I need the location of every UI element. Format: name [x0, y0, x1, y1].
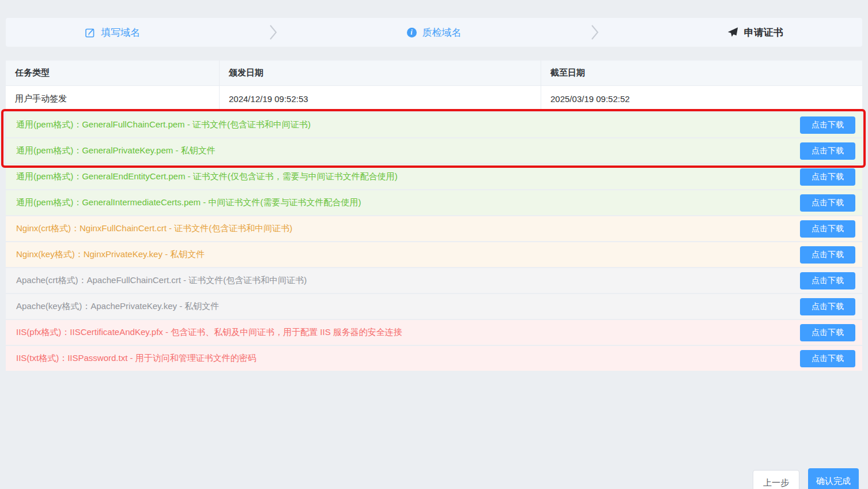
download-button[interactable]: 点击下载 [800, 194, 855, 212]
download-row-iis-pfx: IIS(pfx格式)：IISCertificateAndKey.pfx - 包含… [6, 320, 862, 345]
download-file-label: IIS(txt格式)：IISPassword.txt - 用于访问和管理证书文件… [16, 353, 256, 364]
step-check-domain[interactable]: i 质检域名 [327, 26, 541, 39]
step-label: 填写域名 [101, 26, 140, 39]
step-fill-domain[interactable]: 填写域名 [6, 26, 220, 39]
download-button[interactable]: 点击下载 [800, 272, 855, 289]
table-row: 用户手动签发 2024/12/19 09:52:53 2025/03/19 09… [6, 86, 862, 112]
download-file-label: Nginx(key格式)：NginxPrivateKey.key - 私钥文件 [16, 249, 205, 260]
wizard-stepper: 填写域名 i 质检域名 申请证书 [6, 18, 862, 47]
download-button[interactable]: 点击下载 [800, 350, 855, 367]
send-icon [727, 27, 738, 37]
previous-step-button[interactable]: 上一步 [753, 470, 799, 489]
chevron-right-icon [541, 24, 648, 40]
download-row-general-privatekey: 通用(pem格式)：GeneralPrivateKey.pem - 私钥文件 点… [6, 138, 862, 163]
download-row-general-intermediate: 通用(pem格式)：GeneralIntermediateCerts.pem -… [6, 190, 862, 215]
confirm-complete-button[interactable]: 确认完成 [808, 468, 859, 489]
download-file-label: 通用(pem格式)：GeneralIntermediateCerts.pem -… [16, 197, 361, 208]
info-icon: i [407, 28, 417, 37]
cell-issue-date: 2024/12/19 09:52:53 [219, 86, 541, 111]
chevron-right-icon [220, 24, 327, 40]
download-file-label: 通用(pem格式)：GeneralPrivateKey.pem - 私钥文件 [16, 145, 216, 156]
download-row-apache-fullchain: Apache(crt格式)：ApacheFullChainCert.crt - … [6, 268, 862, 293]
step-apply-certificate: 申请证书 [648, 26, 863, 39]
download-file-label: Apache(crt格式)：ApacheFullChainCert.crt - … [16, 275, 307, 286]
step-label: 质检域名 [422, 26, 462, 39]
download-button[interactable]: 点击下载 [800, 168, 855, 186]
download-row-general-endentity: 通用(pem格式)：GeneralEndEntityCert.pem - 证书文… [6, 164, 862, 189]
col-header-issue-date: 颁发日期 [219, 61, 541, 85]
download-list: 通用(pem格式)：GeneralFullChainCert.pem - 证书文… [6, 112, 862, 371]
step-label: 申请证书 [744, 26, 783, 39]
download-row-nginx-privatekey: Nginx(key格式)：NginxPrivateKey.key - 私钥文件 … [6, 242, 862, 267]
download-file-label: Nginx(crt格式)：NginxFullChainCert.crt - 证书… [16, 223, 292, 234]
cell-expiry-date: 2025/03/19 09:52:52 [541, 86, 862, 111]
download-button[interactable]: 点击下载 [800, 220, 855, 238]
download-row-apache-privatekey: Apache(key格式)：ApachePrivateKey.key - 私钥文… [6, 294, 862, 319]
download-file-label: IIS(pfx格式)：IISCertificateAndKey.pfx - 包含… [16, 327, 402, 338]
download-file-label: Apache(key格式)：ApachePrivateKey.key - 私钥文… [16, 301, 219, 312]
download-button[interactable]: 点击下载 [800, 246, 855, 264]
download-button[interactable]: 点击下载 [800, 142, 855, 160]
table-header-row: 任务类型 颁发日期 截至日期 [6, 61, 862, 86]
download-row-general-fullchain: 通用(pem格式)：GeneralFullChainCert.pem - 证书文… [6, 112, 862, 137]
download-row-nginx-fullchain: Nginx(crt格式)：NginxFullChainCert.crt - 证书… [6, 216, 862, 241]
download-file-label: 通用(pem格式)：GeneralFullChainCert.pem - 证书文… [16, 119, 311, 130]
download-file-label: 通用(pem格式)：GeneralEndEntityCert.pem - 证书文… [16, 171, 398, 182]
download-button[interactable]: 点击下载 [800, 324, 855, 341]
col-header-expiry-date: 截至日期 [541, 61, 862, 85]
download-row-iis-password: IIS(txt格式)：IISPassword.txt - 用于访问和管理证书文件… [6, 346, 862, 371]
download-button[interactable]: 点击下载 [800, 116, 855, 134]
col-header-task-type: 任务类型 [6, 61, 219, 85]
edit-icon [85, 28, 95, 37]
download-button[interactable]: 点击下载 [800, 298, 855, 315]
cell-task-type: 用户手动签发 [6, 86, 219, 111]
certificate-info-table: 任务类型 颁发日期 截至日期 用户手动签发 2024/12/19 09:52:5… [6, 61, 862, 112]
